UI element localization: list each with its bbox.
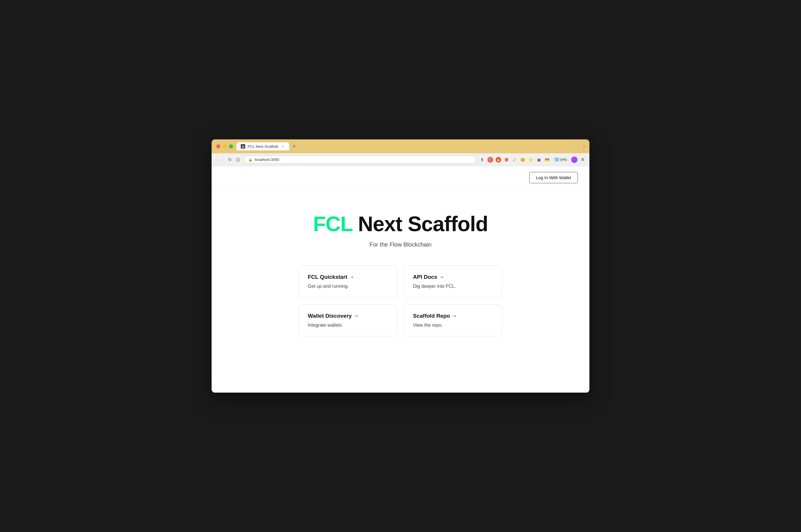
vpn-label: VPN: [560, 158, 567, 162]
api-docs-desc: Dig deeper into FCL.: [413, 284, 493, 289]
cards-grid: FCL Quickstart → Get up and running. API…: [299, 265, 502, 336]
ext-icon-2[interactable]: 😊: [520, 157, 526, 163]
forward-button[interactable]: ›: [221, 156, 225, 163]
title-bar: ▲ FCL Next Scaffold × + ›: [212, 139, 589, 153]
lock-icon: 🔒: [248, 158, 253, 162]
fcl-quickstart-card[interactable]: FCL Quickstart → Get up and running.: [299, 265, 397, 297]
tab-title: FCL Next Scaffold: [248, 144, 278, 149]
close-button[interactable]: [216, 144, 220, 148]
fcl-quickstart-desc: Get up and running.: [308, 284, 388, 289]
page-header: Log In With Wallet: [212, 166, 589, 189]
url-bar[interactable]: 🔒 localhost:3000: [244, 156, 476, 164]
ext-icon-1[interactable]: 🪄: [512, 157, 517, 163]
wallet-discovery-title: Wallet Discovery →: [308, 313, 388, 319]
attention-icon[interactable]: ▲: [495, 157, 502, 163]
api-docs-card[interactable]: API Docs → Dig deeper into FCL.: [404, 265, 502, 297]
menu-button[interactable]: ≡: [580, 156, 585, 163]
scaffold-repo-title: Scaffold Repo →: [413, 313, 493, 319]
browser-icons: ⬆ 🛡 ▲ 🦊 🪄 😊 ⭐ ▣ 💳 🌐 VPN ≡: [479, 156, 585, 163]
sidebar-icon[interactable]: ▣: [536, 157, 542, 163]
wallet-icon[interactable]: 💳: [544, 157, 550, 163]
url-text: localhost:3000: [255, 157, 279, 162]
scaffold-repo-desc: View the repo.: [413, 323, 493, 328]
active-tab[interactable]: ▲ FCL Next Scaffold ×: [237, 142, 289, 150]
bookmark-button[interactable]: ⊡: [235, 156, 241, 163]
browser-window: ▲ FCL Next Scaffold × + › ‹ › ↻ ⊡ 🔒 loca…: [212, 139, 589, 393]
reload-button[interactable]: ↻: [227, 156, 233, 163]
hero-title-fcl: FCL: [313, 212, 352, 235]
metamask-icon[interactable]: 🦊: [504, 157, 509, 163]
wallet-discovery-card[interactable]: Wallet Discovery → Integrate wallets.: [299, 304, 397, 336]
vpn-badge[interactable]: 🌐 VPN: [552, 157, 569, 162]
api-docs-title: API Docs →: [413, 274, 493, 280]
maximize-button[interactable]: [229, 144, 233, 148]
wallet-discovery-desc: Integrate wallets.: [308, 323, 388, 328]
hero-title-rest: Next Scaffold: [352, 212, 488, 235]
main-content: FCL Next Scaffold For the Flow Blockchai…: [212, 189, 589, 354]
hero-title: FCL Next Scaffold: [313, 213, 488, 235]
tab-favicon: ▲: [241, 144, 245, 149]
vpn-icon: 🌐: [555, 158, 559, 162]
scaffold-repo-card[interactable]: Scaffold Repo → View the repo.: [404, 304, 502, 336]
brave-shield-icon[interactable]: 🛡: [487, 157, 493, 163]
nav-buttons: ‹ › ↻ ⊡: [216, 156, 241, 163]
address-bar: ‹ › ↻ ⊡ 🔒 localhost:3000 ⬆ 🛡 ▲ 🦊 🪄 😊 ⭐ ▣…: [212, 153, 589, 166]
hero-subtitle: For the Flow Blockchain: [369, 241, 431, 248]
ext-icon-3[interactable]: ⭐: [528, 157, 534, 163]
minimize-button[interactable]: [223, 144, 227, 148]
tab-close-icon[interactable]: ×: [280, 144, 285, 149]
upload-icon[interactable]: ⬆: [479, 157, 485, 163]
chevron-right-icon: ›: [583, 144, 585, 149]
tab-bar: ▲ FCL Next Scaffold × +: [237, 142, 580, 150]
login-with-wallet-button[interactable]: Log In With Wallet: [529, 172, 578, 183]
back-button[interactable]: ‹: [216, 156, 219, 163]
profile-icon[interactable]: [571, 156, 578, 163]
traffic-lights: [216, 144, 233, 148]
fcl-quickstart-title: FCL Quickstart →: [308, 274, 388, 280]
new-tab-button[interactable]: +: [292, 144, 297, 149]
page-content: Log In With Wallet FCL Next Scaffold For…: [212, 166, 589, 393]
